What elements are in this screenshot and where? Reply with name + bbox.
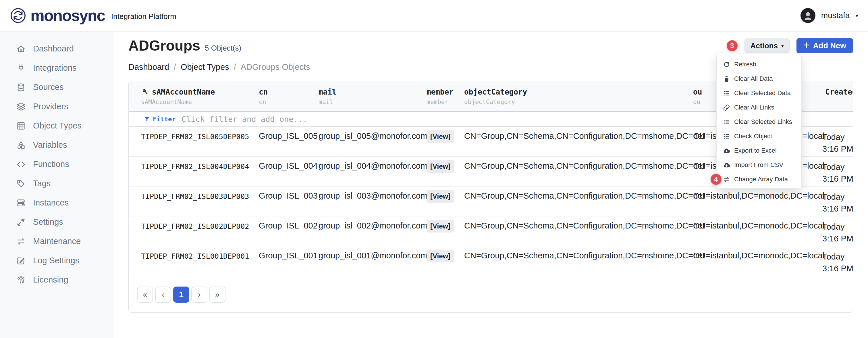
column-header-member[interactable]: member member <box>427 81 464 111</box>
menu-item-clear-selected-links[interactable]: Clear Selected Links <box>717 115 801 129</box>
actions-button[interactable]: Actions ▾ <box>744 38 790 53</box>
server-icon <box>16 198 26 208</box>
sidebar-item-licensing[interactable]: Licensing <box>0 270 114 289</box>
cell-samaccountname: TIPDEP_FRM02_ISL002DEP002 <box>141 221 259 246</box>
cell-cn: Group_ISL_005 <box>259 131 318 157</box>
cell-mail: group_isl_001@monofor.com <box>318 251 427 276</box>
key-icon <box>141 88 149 96</box>
view-member-button[interactable]: [View] <box>427 220 454 232</box>
cell-cn: Group_ISL_002 <box>259 221 318 246</box>
brand[interactable]: monosync Integration Platform <box>10 7 176 24</box>
column-subtitle: objectCategory <box>464 98 693 106</box>
view-member-button[interactable]: [View] <box>427 130 454 143</box>
table-row[interactable]: TIPDEP_FRM02_ISL002DEP002 Group_ISL_002 … <box>129 217 853 246</box>
sidebar-item-maintenance[interactable]: Maintenance <box>0 232 114 251</box>
menu-item-clear-all-data[interactable]: Clear All Data <box>717 72 801 86</box>
cell-cn: Group_ISL_003 <box>259 191 318 216</box>
refresh-icon <box>723 61 730 68</box>
cell-objectcategory: CN=Group,CN=Schema,CN=Configuration,DC=m… <box>464 131 693 157</box>
pagination-first-button[interactable]: « <box>137 286 153 303</box>
sidebar-item-dashboard[interactable]: Dashboard <box>0 39 114 58</box>
menu-item-clear-selected-data[interactable]: Clear Selected Data <box>717 86 801 100</box>
sidebar-item-providers[interactable]: Providers <box>0 97 114 116</box>
column-header-objectcategory[interactable]: objectCategory objectCategory <box>464 81 693 111</box>
top-header: monosync Integration Platform mustafa ▾ <box>0 0 868 32</box>
cell-created: Today3:16 PM <box>822 251 853 276</box>
pagination-last-button[interactable]: » <box>209 286 225 303</box>
user-name: mustafa <box>821 11 850 20</box>
menu-item-refresh[interactable]: Refresh <box>717 57 801 72</box>
cell-cn: Group_ISL_001 <box>259 251 318 276</box>
column-header-cn[interactable]: cn cn <box>259 81 318 111</box>
cell-samaccountname: TIPDEP_FRM02_ISL001DEP001 <box>141 251 259 276</box>
sync-logo-icon <box>10 7 26 24</box>
breadcrumb-dashboard[interactable]: Dashboard <box>128 62 169 72</box>
pagination-prev-button[interactable]: ‹ <box>155 286 171 303</box>
menu-item-clear-all-links[interactable]: Clear All Links <box>717 100 801 115</box>
cell-ou: OU=istanbul,DC=monodc,DC=local <box>693 221 822 246</box>
breadcrumb-separator: / <box>174 62 176 72</box>
cloud-upload-icon <box>723 162 730 169</box>
swap-arrows-icon <box>16 236 26 246</box>
sidebar-item-label: Licensing <box>33 275 68 285</box>
sidebar-item-label: Settings <box>33 217 63 227</box>
sidebar-item-sources[interactable]: Sources <box>0 78 114 97</box>
sidebar-item-label: Providers <box>33 102 68 111</box>
menu-item-check-object[interactable]: Check Object <box>717 129 801 143</box>
step-badge-actions: 3 <box>727 40 738 51</box>
filter-button[interactable]: Filter <box>144 116 176 123</box>
column-header-samaccountname[interactable]: sAMAccountName sAMAccountName <box>141 81 259 111</box>
list-icon <box>723 90 730 97</box>
table-row[interactable]: TIPDEP_FRM02_ISL001DEP001 Group_ISL_001 … <box>129 246 853 276</box>
edit-square-icon <box>16 256 26 265</box>
sidebar-item-instances[interactable]: Instances <box>0 193 114 213</box>
sidebar-item-label: Instances <box>33 198 69 207</box>
menu-item-import-from-csv[interactable]: Import From CSV <box>717 158 801 172</box>
database-icon <box>16 83 26 92</box>
view-member-button[interactable]: [View] <box>427 160 454 173</box>
pagination-next-button[interactable]: › <box>191 286 207 303</box>
column-header-created[interactable]: Created <box>822 81 853 111</box>
avatar <box>801 8 815 23</box>
cell-ou: OU=istanbul,DC=monodc,DC=local <box>693 251 822 276</box>
step-badge-change-array-data: 4 <box>711 174 721 185</box>
layers-icon <box>16 102 26 112</box>
column-subtitle: member <box>427 98 464 106</box>
sidebar-item-object-types[interactable]: Object Types <box>0 116 114 135</box>
column-header-mail[interactable]: mail mail <box>318 81 427 111</box>
shapes-icon <box>16 140 26 150</box>
cell-mail: group_isl_002@monofor.com <box>318 221 427 246</box>
sidebar-item-label: Functions <box>33 160 69 169</box>
sidebar-item-settings[interactable]: Settings <box>0 213 114 232</box>
home-icon <box>16 44 26 54</box>
cell-created: Today3:16 PM <box>822 161 853 186</box>
add-new-button-label: Add New <box>813 41 846 50</box>
breadcrumb-separator: / <box>234 62 236 72</box>
actions-button-label: Actions <box>750 41 778 50</box>
sidebar-item-functions[interactable]: Functions <box>0 154 114 174</box>
view-member-button[interactable]: [View] <box>427 250 454 262</box>
cell-ou: OU=istanbul,DC=monodc,DC=local <box>693 191 822 216</box>
sidebar-item-tags[interactable]: Tags <box>0 174 114 193</box>
grid-icon <box>16 121 26 131</box>
view-member-button[interactable]: [View] <box>427 190 454 203</box>
brand-name: monosync <box>30 8 105 24</box>
chevron-down-icon: ▾ <box>855 12 858 19</box>
sidebar-item-integrations[interactable]: Integrations <box>0 58 114 78</box>
fingerprint-icon <box>16 275 26 285</box>
breadcrumb-object-types[interactable]: Object Types <box>181 62 229 72</box>
user-menu[interactable]: mustafa ▾ <box>801 8 858 23</box>
tag-icon <box>16 179 26 189</box>
title-row: ADGroups 5 Object(s) 3 Actions ▾ + Add N… <box>128 37 853 55</box>
pagination-page-1-button[interactable]: 1 <box>173 286 189 303</box>
code-icon <box>16 160 26 169</box>
table-row[interactable]: TIPDEP_FRM02_ISL003DEP003 Group_ISL_003 … <box>129 187 853 217</box>
cell-objectcategory: CN=Group,CN=Schema,CN=Configuration,DC=m… <box>464 191 693 216</box>
sidebar-item-variables[interactable]: Variables <box>0 135 114 154</box>
add-new-button[interactable]: + Add New <box>797 38 853 53</box>
sidebar-item-label: Tags <box>33 179 51 188</box>
page-title-text: ADGroups <box>128 37 200 54</box>
menu-item-change-array-data[interactable]: Change Array Data <box>717 172 801 187</box>
sidebar-item-log-settings[interactable]: Log Settings <box>0 251 114 270</box>
menu-item-export-to-excel[interactable]: Export to Excel <box>717 143 801 158</box>
